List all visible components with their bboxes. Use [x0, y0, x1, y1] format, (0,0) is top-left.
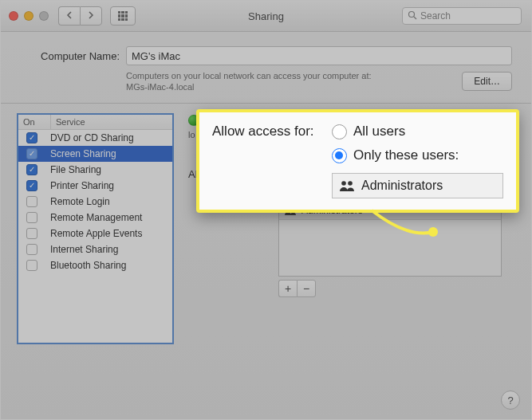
service-row[interactable]: Remote Apple Events	[18, 226, 172, 241]
show-all-prefs-button[interactable]	[110, 6, 136, 26]
window-titlebar: Sharing Search	[1, 1, 531, 32]
computer-name-section: Computer Name: MG's iMac Computers on yo…	[1, 32, 531, 104]
service-name-label: Printer Sharing	[45, 180, 114, 191]
service-name-label: Screen Sharing	[45, 148, 116, 159]
nav-back-forward	[58, 6, 102, 26]
sharing-prefpane-window: Sharing Search Computer Name: MG's iMac …	[0, 0, 532, 420]
svg-point-4	[341, 181, 346, 186]
callout-allow-label: Allow access for:	[212, 124, 332, 139]
service-checkbox[interactable]: ✓	[26, 132, 37, 143]
services-table[interactable]: On Service ✓DVD or CD Sharing✓Screen Sha…	[17, 113, 174, 344]
service-name-label: Internet Sharing	[45, 244, 118, 255]
service-name-label: Remote Apple Events	[45, 228, 142, 239]
callout-radio-only-these-users[interactable]	[332, 148, 347, 163]
service-name-label: Bluetooth Sharing	[45, 260, 126, 271]
service-checkbox[interactable]	[26, 260, 37, 271]
callout-user-list: Administrators	[332, 173, 503, 198]
chevron-right-icon	[88, 11, 94, 21]
callout-radio-all-users-label: All users	[353, 124, 405, 139]
service-name-label: Remote Management	[45, 212, 142, 223]
svg-line-1	[414, 17, 416, 19]
add-user-button[interactable]: +	[278, 280, 297, 297]
service-name-label: Remote Login	[45, 196, 110, 207]
service-checkbox[interactable]	[26, 244, 37, 255]
user-list-actions: + −	[278, 280, 515, 297]
service-checkbox[interactable]: ✓	[26, 148, 37, 159]
service-row[interactable]: Internet Sharing	[18, 241, 172, 257]
svg-point-5	[348, 181, 353, 186]
service-name-label: File Sharing	[45, 164, 101, 175]
search-icon	[408, 10, 417, 22]
service-row[interactable]: Remote Management	[18, 210, 172, 226]
service-row[interactable]: ✓DVD or CD Sharing	[18, 130, 172, 146]
service-row[interactable]: ✓Screen Sharing	[18, 146, 172, 162]
edit-hostname-button[interactable]: Edit…	[462, 72, 512, 91]
computer-name-subtext: Computers on your local network can acce…	[126, 70, 446, 93]
service-checkbox[interactable]: ✓	[26, 164, 37, 175]
service-row[interactable]: Remote Login	[18, 194, 172, 210]
close-window-button[interactable]	[9, 11, 18, 21]
column-on-header: On	[18, 115, 51, 129]
annotation-callout: Allow access for: All users Only these u…	[196, 109, 519, 213]
zoom-window-button[interactable]	[39, 11, 49, 21]
users-group-icon	[339, 180, 355, 191]
service-checkbox[interactable]	[26, 196, 37, 207]
computer-name-field[interactable]: MG's iMac	[126, 46, 512, 65]
window-controls	[9, 11, 49, 21]
forward-button[interactable]	[80, 6, 102, 26]
svg-point-0	[409, 11, 415, 17]
search-input[interactable]: Search	[402, 7, 522, 25]
back-button[interactable]	[58, 6, 80, 26]
help-button[interactable]: ?	[501, 391, 520, 410]
grid-icon	[118, 11, 128, 21]
service-row[interactable]: ✓Printer Sharing	[18, 178, 172, 194]
callout-radio-all-users[interactable]	[332, 124, 347, 139]
service-checkbox[interactable]	[26, 228, 37, 239]
minimize-window-button[interactable]	[24, 11, 33, 21]
column-service-header: Service	[51, 115, 172, 129]
service-row[interactable]: ✓File Sharing	[18, 162, 172, 178]
service-checkbox[interactable]	[26, 212, 37, 223]
window-title: Sharing	[248, 10, 284, 22]
service-name-label: DVD or CD Sharing	[45, 132, 134, 143]
computer-name-label: Computer Name:	[20, 50, 126, 62]
services-header: On Service	[18, 115, 172, 130]
remove-user-button[interactable]: −	[297, 280, 316, 297]
service-row[interactable]: Bluetooth Sharing	[18, 257, 172, 273]
chevron-left-icon	[66, 11, 73, 21]
callout-radio-only-these-users-label: Only these users:	[353, 147, 459, 163]
search-placeholder: Search	[420, 10, 451, 22]
callout-user-entry: Administrators	[361, 179, 443, 193]
service-checkbox[interactable]: ✓	[26, 180, 37, 191]
